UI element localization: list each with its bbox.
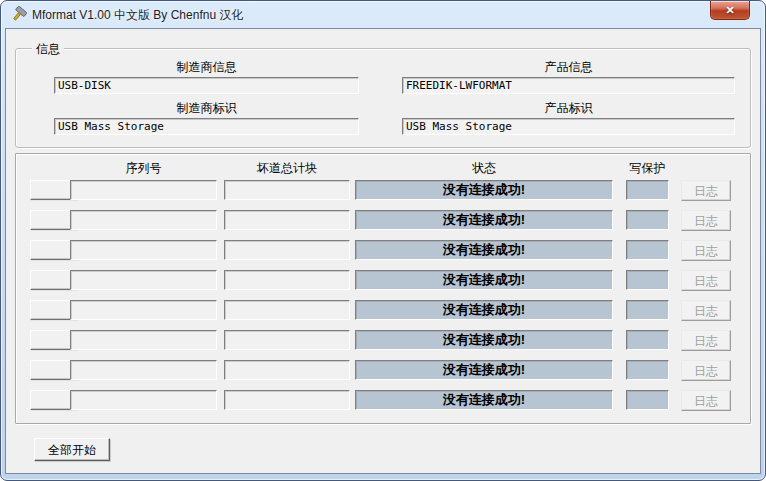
close-button[interactable]: ✕ xyxy=(710,1,750,20)
serial-field xyxy=(70,360,217,380)
table-row: 没有连接成功! 日志 xyxy=(16,270,750,300)
info-group-title: 信息 xyxy=(32,41,64,58)
rows-container: 没有连接成功! 日志 没有连接成功! 日志 没有连接成功! 日志 没有连接成功!… xyxy=(16,180,750,420)
table-row: 没有连接成功! 日志 xyxy=(16,390,750,420)
serial-header: 序列号 xyxy=(70,160,217,175)
status-field: 没有连接成功! xyxy=(355,270,613,290)
product-id-field: USB Mass Storage xyxy=(402,118,735,135)
log-button[interactable]: 日志 xyxy=(681,180,731,201)
bad-blocks-field xyxy=(224,300,350,320)
write-protect-header: 写保护 xyxy=(626,160,669,175)
serial-field xyxy=(70,270,217,290)
write-protect-field xyxy=(626,270,669,290)
table-row: 没有连接成功! 日志 xyxy=(16,300,750,330)
bad-blocks-field xyxy=(224,180,350,200)
table-row: 没有连接成功! 日志 xyxy=(16,210,750,240)
status-header: 状态 xyxy=(355,160,613,175)
log-button[interactable]: 日志 xyxy=(681,240,731,261)
bad-blocks-header: 坏道总计块 xyxy=(224,160,350,175)
write-protect-field xyxy=(626,180,669,200)
bad-blocks-field xyxy=(224,270,350,290)
write-protect-field xyxy=(626,360,669,380)
window-titlebar[interactable]: Mformat V1.00 中文版 By Chenfnu 汉化 ✕ xyxy=(1,1,765,28)
bad-blocks-field xyxy=(224,360,350,380)
manufacturer-id-label: 制造商标识 xyxy=(54,100,359,114)
product-id-label: 产品标识 xyxy=(402,100,735,114)
table-row: 没有连接成功! 日志 xyxy=(16,330,750,360)
status-field: 没有连接成功! xyxy=(355,390,613,410)
serial-field xyxy=(70,330,217,350)
product-info-field: FREEDIK-LWFORMAT xyxy=(402,77,735,94)
log-button[interactable]: 日志 xyxy=(681,390,731,411)
product-info-label: 产品信息 xyxy=(402,59,735,73)
write-protect-field xyxy=(626,390,669,410)
app-window: Mformat V1.00 中文版 By Chenfnu 汉化 ✕ 信息 制造商… xyxy=(0,0,766,481)
status-field: 没有连接成功! xyxy=(355,300,613,320)
status-field: 没有连接成功! xyxy=(355,240,613,260)
write-protect-field xyxy=(626,300,669,320)
log-button[interactable]: 日志 xyxy=(681,330,731,351)
status-field: 没有连接成功! xyxy=(355,180,613,200)
app-icon xyxy=(11,6,27,22)
bad-blocks-field xyxy=(224,240,350,260)
log-button[interactable]: 日志 xyxy=(681,300,731,321)
manufacturer-info-label: 制造商信息 xyxy=(54,59,359,73)
manufacturer-info-field: USB-DISK xyxy=(54,77,359,94)
devices-panel: 序列号 坏道总计块 状态 写保护 没有连接成功! 日志 没有连接成功! 日志 没… xyxy=(15,153,751,424)
log-button[interactable]: 日志 xyxy=(681,360,731,381)
table-row: 没有连接成功! 日志 xyxy=(16,360,750,390)
write-protect-field xyxy=(626,240,669,260)
window-title: Mformat V1.00 中文版 By Chenfnu 汉化 xyxy=(32,7,243,24)
status-field: 没有连接成功! xyxy=(355,210,613,230)
table-row: 没有连接成功! 日志 xyxy=(16,180,750,210)
log-button[interactable]: 日志 xyxy=(681,210,731,231)
close-icon: ✕ xyxy=(725,4,734,16)
start-all-button[interactable]: 全部开始 xyxy=(34,438,110,461)
serial-field xyxy=(70,390,217,410)
table-row: 没有连接成功! 日志 xyxy=(16,240,750,270)
serial-field xyxy=(70,240,217,260)
serial-field xyxy=(70,180,217,200)
status-field: 没有连接成功! xyxy=(355,360,613,380)
bad-blocks-field xyxy=(224,390,350,410)
client-area: 信息 制造商信息 USB-DISK 制造商标识 USB Mass Storage… xyxy=(5,28,761,474)
bad-blocks-field xyxy=(224,330,350,350)
write-protect-field xyxy=(626,210,669,230)
manufacturer-id-field: USB Mass Storage xyxy=(54,118,359,135)
bad-blocks-field xyxy=(224,210,350,230)
write-protect-field xyxy=(626,330,669,350)
serial-field xyxy=(70,210,217,230)
log-button[interactable]: 日志 xyxy=(681,270,731,291)
status-field: 没有连接成功! xyxy=(355,330,613,350)
info-groupbox: 信息 制造商信息 USB-DISK 制造商标识 USB Mass Storage… xyxy=(15,48,751,148)
serial-field xyxy=(70,300,217,320)
